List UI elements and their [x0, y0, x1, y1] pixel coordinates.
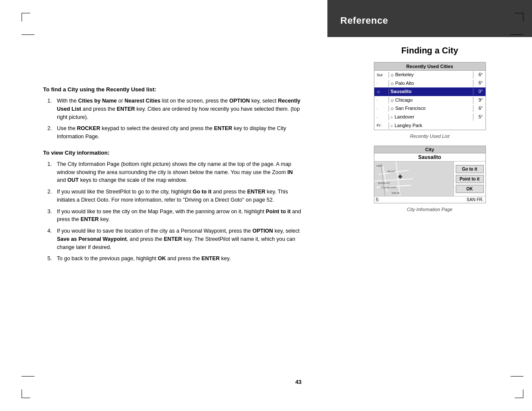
svg-text:SAN FR.: SAN FR.: [392, 192, 400, 194]
svg-rect-0: [374, 162, 454, 196]
recently-used-caption: Recently Used List: [340, 134, 519, 139]
line-bottom-left: [22, 376, 34, 377]
screenshot-title: Recently Used Cities: [406, 64, 453, 69]
svg-text:VALLEY: VALLEY: [387, 170, 395, 173]
city-buttons: Go to it Point to it OK: [454, 162, 485, 196]
view-city-step-4: 4. If you would like to save the locatio…: [47, 227, 302, 251]
city-map-svg: HWY VALLEY SAUSALITO GOLDEN GATE SAN FR.: [374, 162, 454, 196]
corner-mark-tl: [22, 13, 30, 22]
left-column: To find a City using the Recently Used l…: [0, 0, 327, 411]
svg-text:GOLDEN GATE: GOLDEN GATE: [381, 186, 396, 189]
find-city-step-1: 1. With the Cities by Name or Nearest Ci…: [47, 97, 302, 121]
screenshot-header: Recently Used Cities: [374, 62, 485, 71]
screenshot-row-langley-park: Fr: ○Langley Park: [374, 121, 485, 130]
city-info-screenshot: City Sausalito: [374, 146, 486, 203]
right-content: Finding a City Recently Used Cities Sur …: [327, 37, 532, 221]
city-footer-left: 5:: [376, 197, 380, 202]
right-column: Reference Finding a City Recently Used C…: [327, 0, 532, 411]
city-info-body: HWY VALLEY SAUSALITO GOLDEN GATE SAN FR.…: [374, 162, 485, 196]
finding-city-title: Finding a City: [340, 46, 519, 56]
view-city-list: 1. The City Information Page (bottom rig…: [47, 160, 302, 263]
find-city-step-2: 2. Use the ROCKER keypad to select the d…: [47, 125, 302, 141]
city-info-header: City: [374, 146, 485, 153]
screenshot-row-san-francisco: · ◇San Francisco 6°: [374, 104, 485, 113]
corner-mark-bl: [22, 389, 30, 398]
city-info-caption: City Information Page: [340, 207, 519, 212]
screenshot-row-landover: · ○Landover 5°: [374, 113, 485, 121]
reference-header: Reference: [327, 0, 532, 37]
city-info-footer: 5: SAN FR.: [374, 196, 485, 203]
line-bottom-right: [510, 376, 523, 377]
city-footer-right: SAN FR.: [467, 197, 483, 202]
line-top-left: [22, 34, 34, 35]
goto-button: Go to it: [456, 165, 484, 173]
city-map-area: HWY VALLEY SAUSALITO GOLDEN GATE SAN FR.: [374, 162, 454, 196]
ok-button: OK: [456, 185, 484, 193]
view-city-step-5: 5. To go back to the previous page, high…: [47, 255, 302, 263]
view-city-heading: To view City information:: [43, 149, 302, 156]
line-top-right: [510, 34, 523, 35]
corner-mark-tr: [515, 13, 523, 22]
city-info-subheader: Sausalito: [374, 153, 485, 162]
svg-text:HWY: HWY: [376, 165, 383, 167]
view-city-step-1: 1. The City Information Page (bottom rig…: [47, 160, 302, 184]
view-city-step-3: 3. If you would like to see the city on …: [47, 208, 302, 224]
find-city-list: 1. With the Cities by Name or Nearest Ci…: [47, 97, 302, 141]
corner-mark-br: [515, 389, 523, 398]
screenshot-row-palo-alto: · ◇Palo Alto 6°: [374, 79, 485, 88]
screenshot-row-berkeley: Sur ◇Berkeley 6°: [374, 71, 485, 79]
page-container: To find a City using the Recently Used l…: [0, 0, 532, 411]
recently-used-cities-screenshot: Recently Used Cities Sur ◇Berkeley 6° · …: [374, 62, 486, 130]
page-number: 43: [296, 379, 302, 385]
main-content: To find a City using the Recently Used l…: [43, 86, 302, 263]
svg-text:SAUSALITO: SAUSALITO: [378, 182, 390, 184]
view-city-step-2: 2. If you would like the StreetPilot to …: [47, 188, 302, 204]
find-city-heading: To find a City using the Recently Used l…: [43, 86, 302, 93]
screenshot-row-chicago: · ◇Chicago 9°: [374, 96, 485, 105]
screenshot-row-sausalito: ◇ Sausalito 0°: [374, 87, 485, 96]
reference-title: Reference: [340, 15, 519, 26]
point-button: Point to it: [456, 175, 484, 183]
